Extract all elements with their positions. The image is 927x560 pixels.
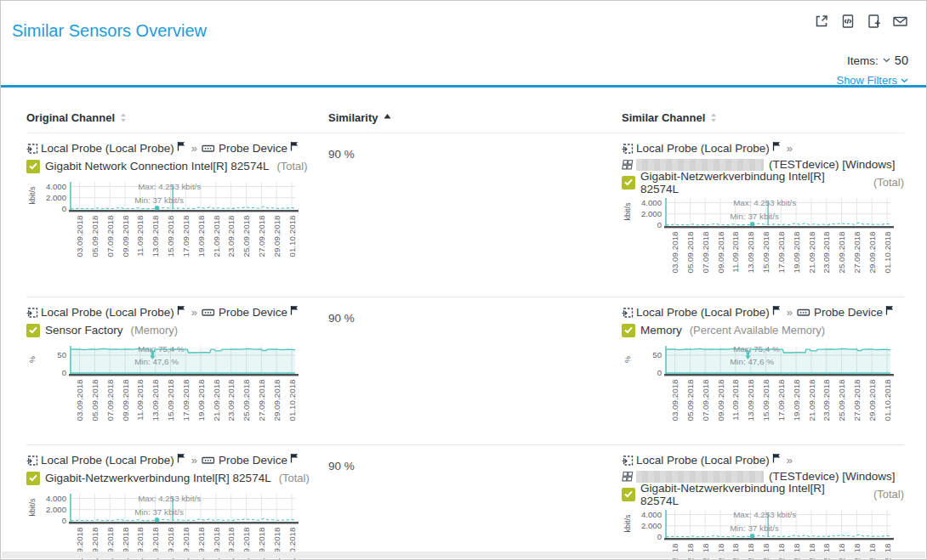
envelope-icon[interactable]: [892, 13, 908, 29]
flag-icon: [772, 305, 781, 315]
svg-text:29.09.2018: 29.09.2018: [867, 231, 877, 274]
mini-graph[interactable]: kbit/s4.0002.000003.09.201805.09.201807.…: [622, 193, 894, 289]
svg-text:21.09.2018: 21.09.2018: [212, 215, 221, 257]
svg-text:13.09.2018: 13.09.2018: [746, 379, 755, 421]
svg-text:Max: 75,4 %: Max: 75,4 %: [138, 344, 185, 354]
svg-text:21.09.2018: 21.09.2018: [807, 231, 816, 274]
svg-text:kbit/s: kbit/s: [623, 514, 632, 533]
svg-text:Max: 4.253 kbit/s: Max: 4.253 kbit/s: [733, 510, 796, 519]
breadcrumb-link[interactable]: Local Probe (Local Probe): [636, 142, 770, 155]
svg-text:2.000: 2.000: [46, 193, 66, 202]
svg-text:19.09.2018: 19.09.2018: [792, 379, 801, 421]
svg-text:21.09.2018: 21.09.2018: [212, 379, 221, 421]
svg-text:23.09.2018: 23.09.2018: [822, 231, 831, 274]
svg-text:27.09.2018: 27.09.2018: [852, 379, 862, 421]
breadcrumb-link[interactable]: Probe Device: [219, 306, 287, 319]
breadcrumb-link[interactable]: Local Probe (Local Probe): [41, 454, 174, 467]
sensor-name[interactable]: Gigabit-Netzwerkverbindung Intel[R] 8257…: [45, 472, 271, 484]
svg-text:25.09.2018: 25.09.2018: [837, 379, 846, 421]
sensor-line: Gigabit-Netzwerkverbindung Intel[R] 8257…: [622, 173, 904, 191]
svg-text:2.000: 2.000: [46, 505, 66, 514]
sensor-name[interactable]: Gigabit-Netzwerkverbindung Intel[R] 8257…: [640, 170, 866, 195]
svg-text:07.09.2018: 07.09.2018: [701, 379, 710, 421]
breadcrumb-link[interactable]: Local Probe (Local Probe): [41, 306, 174, 319]
breadcrumb-link[interactable]: Probe Device: [219, 454, 287, 467]
mini-graph[interactable]: kbit/s4.0002.000003.09.201805.09.201807.…: [26, 489, 299, 560]
sensor-name[interactable]: Gigabit Network Connection Intel[R] 8257…: [45, 160, 269, 173]
svg-text:Max: 4.253 kbit/s: Max: 4.253 kbit/s: [733, 198, 796, 207]
breadcrumb-link[interactable]: Local Probe (Local Probe): [41, 142, 174, 155]
svg-text:19.09.2018: 19.09.2018: [196, 215, 206, 257]
svg-text:Max: 4.253 kbit/s: Max: 4.253 kbit/s: [138, 182, 201, 191]
probe-icon: [26, 143, 38, 155]
sensor-ok-icon: [622, 176, 635, 189]
group-icon: [622, 471, 634, 483]
svg-text:03.09.2018: 03.09.2018: [75, 379, 84, 421]
mini-graph[interactable]: %50003.09.201805.09.201807.09.201809.09.…: [622, 341, 894, 437]
flag-icon: [290, 453, 299, 463]
probe-icon: [26, 307, 38, 319]
mini-graph[interactable]: %50003.09.201805.09.201807.09.201809.09.…: [26, 341, 299, 437]
header-divider: [1, 85, 926, 88]
channel-cell: Local Probe (Local Probe)»(TESTdevice) […: [622, 452, 904, 560]
svg-text:13.09.2018: 13.09.2018: [151, 215, 160, 257]
channel-name: (Total): [279, 472, 310, 484]
items-count: 50: [895, 54, 908, 67]
svg-text:Min: 37 kbit/s: Min: 37 kbit/s: [730, 523, 779, 533]
mini-graph[interactable]: kbit/s4.0002.000003.09.201805.09.201807.…: [26, 177, 299, 273]
flag-icon: [290, 141, 299, 151]
sensor-ok-icon: [622, 488, 635, 501]
horizontal-scrollbar[interactable]: [2, 552, 925, 558]
channel-cell: Local Probe (Local Probe)»Probe DeviceGi…: [26, 140, 328, 273]
breadcrumb-link[interactable]: Local Probe (Local Probe): [636, 306, 770, 319]
sensor-name[interactable]: Gigabit-Netzwerkverbindung Intel[R] 8257…: [640, 482, 866, 507]
svg-text:05.09.2018: 05.09.2018: [90, 215, 100, 257]
svg-text:15.09.2018: 15.09.2018: [166, 379, 175, 421]
breadcrumb-separator: »: [187, 306, 202, 319]
svg-text:17.09.2018: 17.09.2018: [776, 379, 786, 421]
items-per-page-control[interactable]: Items: 50: [847, 54, 908, 67]
probe-icon: [26, 455, 38, 467]
breadcrumb-separator: »: [782, 306, 797, 319]
table-rows: Local Probe (Local Probe)»Probe DeviceGi…: [26, 133, 904, 560]
similar-sensors-table: Original Channel Similarity Similar Chan…: [26, 111, 904, 560]
breadcrumb-link[interactable]: Local Probe (Local Probe): [636, 454, 770, 467]
breadcrumb-separator: »: [187, 142, 202, 155]
column-header-original-channel[interactable]: Original Channel: [26, 111, 328, 133]
file-code-icon[interactable]: [839, 13, 856, 29]
probe-icon: [622, 455, 634, 467]
flag-icon: [177, 305, 185, 315]
svg-text:4.000: 4.000: [46, 494, 66, 503]
channel-cell: Local Probe (Local Probe)»Probe DeviceSe…: [26, 304, 328, 437]
svg-text:Min: 47,6 %: Min: 47,6 %: [730, 357, 774, 366]
items-label: Items:: [847, 54, 879, 67]
svg-text:11.09.2018: 11.09.2018: [731, 379, 740, 421]
svg-text:27.09.2018: 27.09.2018: [257, 379, 266, 421]
breadcrumb-separator: »: [782, 454, 797, 467]
column-header-similar-channel[interactable]: Similar Channel: [622, 111, 904, 133]
chevron-down-icon: [901, 78, 908, 83]
svg-text:%: %: [623, 356, 632, 363]
svg-text:2.000: 2.000: [641, 521, 662, 530]
flag-icon: [177, 141, 185, 151]
sensor-name[interactable]: Sensor Factory: [45, 324, 123, 337]
svg-text:01.10.2018: 01.10.2018: [883, 231, 892, 274]
column-header-similarity[interactable]: Similarity: [328, 111, 622, 133]
svg-text:03.09.2018: 03.09.2018: [75, 215, 84, 257]
column-label: Similar Channel: [622, 111, 705, 124]
file-plus-icon[interactable]: [866, 13, 882, 29]
svg-text:17.09.2018: 17.09.2018: [181, 215, 191, 257]
sensor-ok-icon: [622, 324, 635, 337]
breadcrumb-link[interactable]: Probe Device: [814, 306, 883, 319]
svg-text:05.09.2018: 05.09.2018: [685, 231, 695, 274]
svg-text:17.09.2018: 17.09.2018: [776, 231, 786, 274]
svg-text:25.09.2018: 25.09.2018: [242, 379, 251, 421]
external-link-icon[interactable]: [813, 13, 829, 29]
sensor-name[interactable]: Memory: [640, 324, 682, 337]
svg-text:05.09.2018: 05.09.2018: [685, 379, 695, 421]
breadcrumb-link[interactable]: Probe Device: [219, 142, 287, 155]
svg-text:Min: 37 kbit/s: Min: 37 kbit/s: [134, 507, 184, 517]
svg-text:50: 50: [57, 350, 66, 359]
svg-text:0: 0: [62, 368, 66, 377]
svg-text:Min: 47,6 %: Min: 47,6 %: [134, 357, 179, 366]
